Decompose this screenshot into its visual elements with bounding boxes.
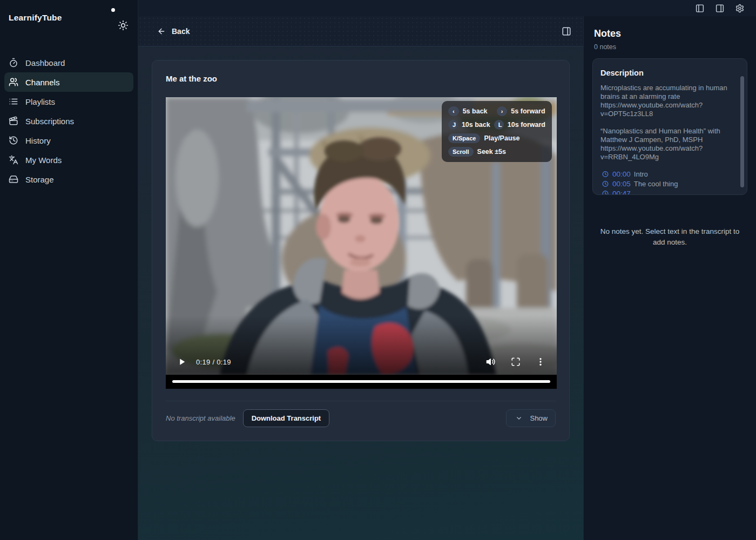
video-title: Me at the zoo [166, 74, 556, 83]
notes-panel: Notes 0 notes Description Microplastics … [583, 16, 756, 540]
timer-icon [9, 58, 18, 68]
back-toolbar: Back [138, 16, 583, 46]
sidebar-item-label: Storage [25, 175, 54, 184]
list-icon [9, 97, 18, 106]
chapter-row: 00:00 Intro [600, 170, 734, 178]
sidebar-item-label: Playlists [25, 97, 55, 106]
clapperboard-icon [9, 116, 18, 126]
notes-empty-state: No notes yet. Select text in the transcr… [592, 226, 747, 248]
main-shell: Back Me at the zoo [138, 0, 756, 540]
sidebar-item-label: Channels [25, 78, 59, 87]
hard-drive-icon [9, 174, 18, 184]
chapter-label: Intro [634, 170, 648, 178]
description-url: https://www.youtube.com/watch?v=RRBN_4LO… [600, 144, 703, 161]
show-transcript-button[interactable]: Show [506, 409, 556, 427]
clock-icon [600, 180, 610, 187]
chapter-timestamp[interactable]: 00:00 [612, 170, 631, 178]
description-heading: Description [600, 69, 734, 77]
app-root: LearnifyTube Dashboard Channels Playlist… [0, 0, 756, 540]
chapter-row: 00:05 The cool thing [600, 180, 734, 188]
clock-icon [600, 190, 610, 195]
key-j: J [448, 120, 458, 130]
chevron-down-icon [514, 415, 524, 422]
description-scrollbar[interactable] [740, 76, 744, 187]
shortcut-row: J 10s back L 10s forward [448, 120, 545, 130]
clock-icon [600, 171, 610, 178]
content-area: Me at the zoo [138, 46, 583, 540]
key-k-space: K/Space [448, 133, 480, 143]
time-display: 0:19 / 0:19 [196, 358, 231, 366]
chapter-row: 00:47 [600, 190, 734, 195]
progress-bar[interactable] [172, 380, 550, 383]
gear-icon[interactable] [735, 4, 745, 13]
chapter-timestamp[interactable]: 00:47 [612, 190, 631, 195]
key-chevron-right: › [497, 106, 508, 116]
description-paragraph: “Nanoplastics and Human Health” with Mat… [600, 127, 734, 161]
fullscreen-icon[interactable] [511, 357, 521, 367]
arrow-left-icon [157, 27, 166, 36]
sidebar-item-subscriptions[interactable]: Subscriptions [4, 111, 133, 131]
back-label: Back [172, 27, 190, 36]
back-button[interactable]: Back [157, 27, 190, 36]
main-column: Back Me at the zoo [138, 16, 583, 540]
sidebar-item-my-words[interactable]: My Words [4, 150, 133, 170]
description-card: Description Microplastics are accumulati… [592, 58, 747, 195]
volume-icon[interactable] [486, 357, 496, 367]
play-icon[interactable] [177, 357, 187, 367]
shortcuts-overlay: ‹ 5s back › 5s forward J 10s back L 10s [442, 101, 552, 162]
video-player[interactable]: ‹ 5s back › 5s forward J 10s back L 10s [166, 97, 557, 389]
panel-left-icon[interactable] [695, 4, 705, 13]
sidebar-item-playlists[interactable]: Playlists [4, 92, 133, 111]
theme-toggle-sun-icon[interactable] [118, 20, 129, 31]
sidebar-item-label: Subscriptions [25, 117, 74, 126]
key-scroll: Scroll [448, 147, 474, 157]
panel-right-icon[interactable] [715, 4, 725, 13]
sidebar-nav: Dashboard Channels Playlists Subscriptio… [4, 53, 133, 189]
key-chevron-left: ‹ [448, 106, 459, 116]
shortcut-row: Scroll Seek ±5s [448, 147, 545, 157]
key-l: L [494, 120, 504, 130]
shortcut-row: K/Space Play/Pause [448, 133, 545, 143]
shortcut-row: ‹ 5s back › 5s forward [448, 106, 545, 116]
description-paragraph: Microplastics are accumulating in human … [600, 84, 734, 118]
languages-icon [9, 155, 18, 165]
more-options-icon[interactable] [536, 357, 545, 367]
sidebar-item-storage[interactable]: Storage [4, 170, 133, 189]
sidebar-item-label: History [25, 136, 51, 145]
notes-count: 0 notes [594, 43, 747, 51]
sidebar: LearnifyTube Dashboard Channels Playlist… [0, 0, 138, 540]
transcript-status: No transcript available [166, 414, 235, 422]
transcript-bar: No transcript available Download Transcr… [166, 401, 556, 427]
users-icon [9, 77, 18, 87]
sidebar-item-channels[interactable]: Channels [4, 72, 133, 92]
chapter-timestamp[interactable]: 00:05 [612, 180, 631, 188]
sidebar-item-dashboard[interactable]: Dashboard [4, 53, 133, 72]
notes-title: Notes [594, 28, 747, 39]
video-card: Me at the zoo [152, 60, 570, 441]
top-toolbar [138, 0, 756, 16]
status-dot [111, 8, 115, 12]
toggle-notes-panel-icon[interactable] [562, 26, 571, 36]
sidebar-item-history[interactable]: History [4, 131, 133, 150]
description-url: https://www.youtube.com/watch?v=OPT5c1z3… [600, 101, 703, 118]
download-transcript-button[interactable]: Download Transcript [243, 409, 330, 427]
chapter-label: The cool thing [634, 180, 678, 188]
history-icon [9, 136, 18, 145]
sidebar-item-label: My Words [25, 156, 62, 165]
video-controls: 0:19 / 0:19 [166, 349, 557, 375]
sidebar-item-label: Dashboard [25, 58, 65, 68]
app-logo: LearnifyTube [9, 13, 133, 23]
